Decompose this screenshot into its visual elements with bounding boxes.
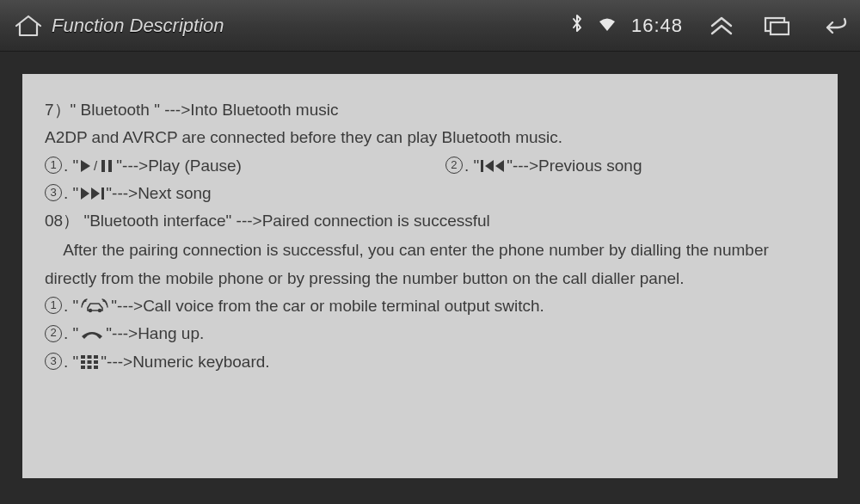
svg-rect-14 bbox=[94, 360, 98, 364]
status-right: 16:48 bbox=[571, 14, 683, 38]
back-icon[interactable] bbox=[819, 15, 848, 36]
text: A2DP and AVRCP are connected before they… bbox=[45, 124, 562, 151]
text: --->Next song bbox=[112, 180, 212, 207]
svg-point-8 bbox=[98, 309, 101, 312]
text: 08） "Bluetooth interface" --->Paired con… bbox=[45, 207, 490, 235]
status-bar: Function Description 16:48 bbox=[0, 0, 860, 52]
home-icon[interactable] bbox=[12, 14, 45, 38]
text: . " bbox=[464, 152, 479, 180]
hang-up-icon bbox=[80, 328, 104, 341]
wifi-icon bbox=[599, 15, 616, 37]
svg-rect-17 bbox=[94, 366, 98, 369]
svg-rect-3 bbox=[101, 160, 105, 172]
text: --->Play (Pause) bbox=[122, 152, 242, 180]
circled-number: 2 bbox=[45, 325, 62, 342]
text: --->Call voice from the car or mobile te… bbox=[117, 292, 544, 320]
next-track-icon bbox=[80, 187, 104, 200]
content-wrap: 7）" Bluetooth " ---> Into Bluetooth musi… bbox=[0, 52, 860, 487]
row-keypad: 3 . " " --->Numeric keyboard. bbox=[45, 348, 815, 376]
car-audio-icon bbox=[80, 298, 109, 315]
circled-number: 3 bbox=[45, 353, 62, 370]
text: --->Previous song bbox=[513, 152, 642, 180]
text: " bbox=[111, 292, 117, 320]
svg-point-7 bbox=[89, 309, 92, 312]
circled-number: 1 bbox=[45, 157, 62, 174]
svg-text:/: / bbox=[94, 158, 98, 173]
svg-rect-5 bbox=[481, 160, 483, 172]
text: . " bbox=[64, 320, 78, 347]
svg-rect-1 bbox=[771, 22, 789, 34]
previous-track-icon bbox=[481, 159, 505, 173]
recent-apps-icon[interactable] bbox=[764, 15, 789, 36]
svg-rect-4 bbox=[108, 160, 112, 172]
bluetooth-icon bbox=[571, 14, 583, 38]
row-hangup: 2 . " " --->Hang up. bbox=[45, 320, 815, 347]
svg-rect-16 bbox=[88, 366, 92, 369]
svg-rect-12 bbox=[81, 360, 85, 364]
text: " bbox=[101, 348, 107, 376]
text: " bbox=[507, 152, 513, 180]
clock-time: 16:48 bbox=[631, 15, 683, 37]
circled-number: 2 bbox=[445, 157, 463, 174]
text: Into Bluetooth music bbox=[190, 96, 338, 124]
section-8-paragraph: After the pairing connection is successf… bbox=[45, 237, 815, 292]
circled-number: 1 bbox=[45, 297, 62, 314]
row-next: 3 . " " --->Next song bbox=[45, 180, 815, 207]
text: --->Hang up. bbox=[112, 320, 204, 347]
row-play-prev: 1 . " / " --->Play (Pause) 2 . " bbox=[45, 152, 815, 180]
circled-number: 3 bbox=[45, 184, 62, 201]
nav-icons bbox=[709, 15, 848, 36]
text: 7）" Bluetooth " ---> bbox=[45, 96, 190, 124]
section-8-heading: 08） "Bluetooth interface" --->Paired con… bbox=[45, 207, 815, 235]
text: After the pairing connection is successf… bbox=[45, 241, 773, 286]
svg-rect-15 bbox=[81, 366, 85, 369]
text: " bbox=[106, 180, 112, 207]
dialpad-icon bbox=[80, 354, 99, 370]
svg-rect-6 bbox=[101, 187, 104, 200]
svg-rect-10 bbox=[88, 355, 92, 359]
play-pause-icon: / bbox=[80, 158, 114, 174]
text: " bbox=[116, 152, 122, 180]
text: --->Numeric keyboard. bbox=[107, 348, 270, 376]
section-7-heading: 7）" Bluetooth " ---> Into Bluetooth musi… bbox=[45, 96, 815, 124]
text: . " bbox=[64, 180, 78, 207]
svg-rect-9 bbox=[81, 355, 85, 359]
svg-rect-11 bbox=[94, 355, 98, 359]
text: . " bbox=[64, 152, 78, 180]
section-7-note: A2DP and AVRCP are connected before they… bbox=[45, 124, 815, 151]
text: " bbox=[106, 320, 112, 347]
svg-rect-13 bbox=[88, 360, 92, 364]
row-call-voice: 1 . " " --->Call voice from the car or m… bbox=[45, 292, 815, 320]
text: . " bbox=[64, 348, 78, 376]
description-panel: 7）" Bluetooth " ---> Into Bluetooth musi… bbox=[22, 74, 838, 478]
page-title: Function Description bbox=[52, 15, 224, 37]
chevron-up-double-icon[interactable] bbox=[709, 15, 734, 36]
text: . " bbox=[64, 292, 78, 320]
